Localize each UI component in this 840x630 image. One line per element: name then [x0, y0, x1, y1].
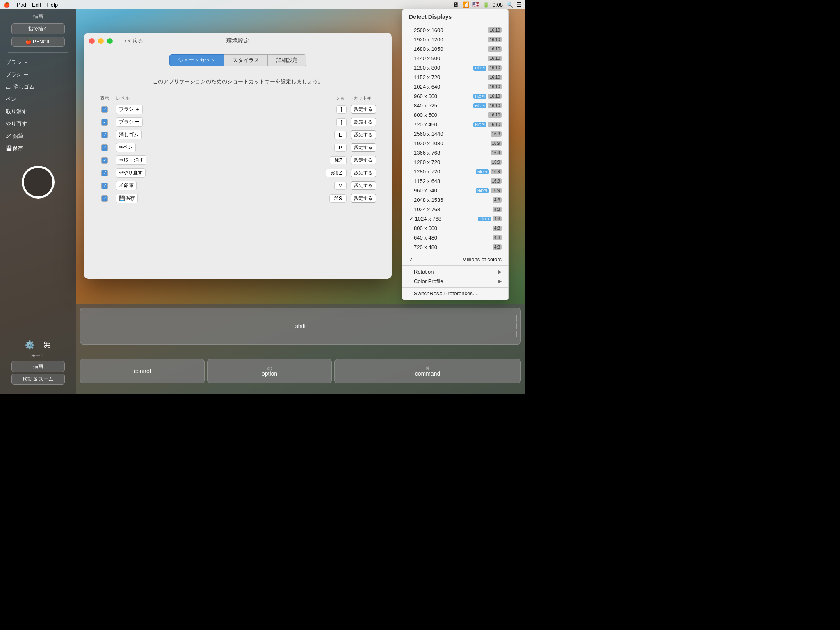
sidebar-item-pencil[interactable]: 🖊 鉛筆	[0, 130, 76, 142]
row-checkbox-3[interactable]: ✓	[101, 144, 108, 151]
resolution-item-7[interactable]: 960 x 600HiDPI16:10	[402, 91, 508, 101]
sidebar-item-undo[interactable]: 取り消す	[0, 105, 76, 118]
set-button-3[interactable]: 設定する	[351, 143, 376, 152]
hidpi-badge: HiDPI	[476, 188, 489, 193]
resolution-item-15[interactable]: 1280 x 720HiDPI16:9	[402, 167, 508, 176]
hidpi-badge: HiDPI	[473, 122, 486, 127]
menu-edit[interactable]: Edit	[32, 2, 41, 8]
keyboard-area: shift control alt option ⌘ command	[76, 304, 525, 394]
tab-shortcuts[interactable]: ショートカット	[169, 54, 224, 66]
menu-help[interactable]: Help	[47, 2, 58, 8]
resolution-item-11[interactable]: 2560 x 144016:9	[402, 129, 508, 139]
row-checkbox-7[interactable]: ✓	[101, 195, 108, 202]
resolution-item-18[interactable]: 2048 x 15364:3	[402, 195, 508, 205]
resolution-item-13[interactable]: 1366 x 76816:9	[402, 148, 508, 158]
resolution-item-14[interactable]: 1280 x 72016:9	[402, 158, 508, 167]
switchresx-prefs-item[interactable]: SwitchResX Preferences...	[402, 289, 508, 298]
resolution-item-22[interactable]: 640 x 4804:3	[402, 233, 508, 242]
tab-stylus[interactable]: スタイラス	[224, 54, 268, 66]
flag-icon[interactable]: 🇺🇸	[472, 1, 479, 8]
set-button-1[interactable]: 設定する	[351, 118, 376, 126]
ratio-badge: 16:9	[491, 150, 502, 155]
resolution-label: 1680 x 1050	[414, 46, 443, 52]
row-checkbox-4[interactable]: ✓	[101, 157, 108, 164]
resolution-badges: 16:9	[491, 150, 502, 155]
set-button-0[interactable]: 設定する	[351, 105, 376, 114]
resolution-item-9[interactable]: 800 x 50016:10	[402, 110, 508, 120]
menu-ipad[interactable]: iPad	[16, 2, 26, 8]
tool-label-0: ブラシ ＋	[116, 105, 143, 114]
resolution-item-8[interactable]: 840 x 525HiDPI16:10	[402, 101, 508, 110]
keyboard-icon[interactable]: ⌘	[43, 340, 51, 350]
resolution-item-10[interactable]: 720 x 450HiDPI16:10	[402, 120, 508, 129]
resolution-item-6[interactable]: 1024 x 64016:10	[402, 82, 508, 91]
menu-icon[interactable]: ☰	[516, 1, 522, 8]
resolution-item-2[interactable]: 1680 x 105016:10	[402, 44, 508, 54]
mode-move-button[interactable]: 移動 & ズーム	[11, 374, 65, 385]
resolution-item-5[interactable]: 1152 x 72016:10	[402, 73, 508, 82]
col-header-level: レベル	[113, 94, 195, 103]
control-key[interactable]: control	[80, 359, 205, 383]
millions-colors-item[interactable]: Millions of colors	[402, 255, 508, 264]
mode-draw-button[interactable]: 描画	[11, 361, 65, 372]
detect-displays-item[interactable]: Detect Displays	[402, 11, 508, 23]
search-icon[interactable]: 🔍	[506, 1, 513, 8]
row-checkbox-5[interactable]: ✓	[101, 170, 108, 176]
set-button-5[interactable]: 設定する	[351, 169, 376, 177]
col-header-shortcut: ショートカットキー	[277, 94, 379, 103]
sidebar-item-brush-plus[interactable]: ブラシ ＋	[0, 56, 76, 68]
draw-finger-button[interactable]: 指で描く	[11, 23, 65, 34]
resolution-item-23[interactable]: 720 x 4804:3	[402, 242, 508, 252]
switchresx-prefs-label: SwitchResX Preferences...	[414, 290, 477, 297]
sidebar-item-save[interactable]: 💾保存	[0, 142, 76, 155]
sidebar-circle[interactable]	[22, 166, 55, 199]
hidpi-badge: HiDPI	[478, 217, 491, 221]
apple-logo[interactable]: 🍎	[3, 2, 10, 8]
pencil-button[interactable]: 🍎 PENCIL	[11, 37, 65, 47]
resolution-item-21[interactable]: 800 x 6004:3	[402, 224, 508, 233]
set-button-2[interactable]: 設定する	[351, 130, 376, 139]
shift-key[interactable]: shift	[80, 308, 521, 345]
sidebar-item-brush-minus[interactable]: ブラシ ー	[0, 68, 76, 81]
battery-icon[interactable]: 🔋	[483, 2, 489, 8]
resolution-badges: HiDPI16:9	[476, 169, 502, 174]
close-button[interactable]	[89, 38, 95, 44]
minimize-button[interactable]	[98, 38, 104, 44]
mode-label: モード	[6, 352, 70, 358]
key-display-2: E	[334, 131, 347, 139]
maximize-button[interactable]	[107, 38, 113, 44]
rotation-item[interactable]: Rotation ▶	[402, 267, 508, 276]
resolution-item-17[interactable]: 960 x 540HiDPI16:9	[402, 186, 508, 195]
row-checkbox-1[interactable]: ✓	[101, 119, 108, 126]
command-key[interactable]: ⌘ command	[334, 359, 521, 383]
resolution-item-12[interactable]: 1920 x 108016:9	[402, 139, 508, 148]
set-button-7[interactable]: 設定する	[351, 194, 376, 203]
resolution-label: 2560 x 1440	[414, 131, 443, 137]
row-checkbox-6[interactable]: ✓	[101, 183, 108, 189]
resolution-item-3[interactable]: 1440 x 90016:10	[402, 54, 508, 63]
option-key[interactable]: alt option	[207, 359, 332, 383]
row-checkbox-2[interactable]: ✓	[101, 132, 108, 138]
tab-advanced[interactable]: 詳細設定	[268, 54, 306, 66]
row-checkbox-0[interactable]: ✓	[101, 106, 108, 113]
ratio-badge: 16:9	[491, 188, 502, 193]
color-profile-item[interactable]: Color Profile ▶	[402, 276, 508, 286]
sidebar-item-eraser[interactable]: ▭ 消しゴム	[0, 81, 76, 93]
resolution-item-16[interactable]: 1152 x 64816:9	[402, 176, 508, 186]
set-button-4[interactable]: 設定する	[351, 156, 376, 164]
sidebar-item-redo[interactable]: やり直す	[0, 118, 76, 130]
set-button-6[interactable]: 設定する	[351, 181, 376, 190]
resolution-item-20[interactable]: ✓ 1024 x 768HiDPI4:3	[402, 214, 508, 224]
resolution-item-1[interactable]: 1920 x 120016:10	[402, 35, 508, 44]
resolution-item-4[interactable]: 1280 x 800HiDPI16:10	[402, 63, 508, 73]
resolution-item-19[interactable]: 1024 x 7684:3	[402, 205, 508, 214]
sidebar-circle-area	[22, 166, 55, 199]
resolution-item-0[interactable]: 2560 x 160016:10	[402, 25, 508, 35]
resolution-badges: 4:3	[493, 226, 502, 231]
wifi-icon[interactable]: 📶	[462, 1, 469, 8]
sidebar-item-pen[interactable]: ペン	[0, 93, 76, 105]
display-icon[interactable]: 🖥	[453, 1, 459, 8]
settings-icon[interactable]: ⚙️	[25, 340, 35, 350]
back-button[interactable]: ‹ < 戻る	[124, 37, 143, 45]
ratio-badge: 4:3	[493, 207, 502, 212]
